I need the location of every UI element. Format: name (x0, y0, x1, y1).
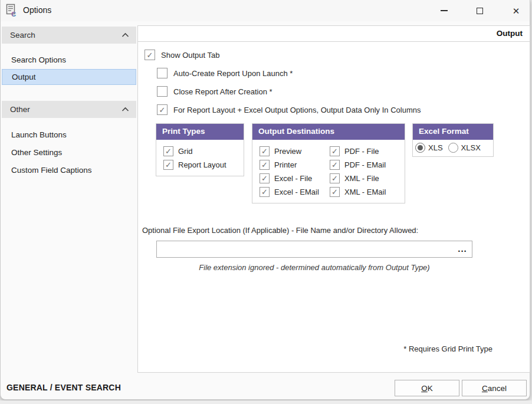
radio-button[interactable] (448, 143, 458, 153)
screen: { "window": { "title": "Options" }, "sid… (0, 0, 532, 404)
print-types-group: Print Types Grid Report Layout (156, 123, 244, 176)
minimize-button[interactable] (431, 1, 457, 20)
ok-button[interactable]: OK (395, 380, 459, 396)
checkbox[interactable] (163, 160, 173, 170)
svg-text:c: c (11, 8, 16, 18)
title-bar: c Options ✕ (1, 0, 530, 21)
cancel-button-label: Cancel (482, 384, 507, 393)
checkbox[interactable] (260, 146, 270, 156)
radio-button[interactable] (415, 143, 425, 153)
excel-format-xlsx-option[interactable]: XLSX (448, 143, 481, 153)
output-settings-panel: Output Show Output Tab Auto-Create Repor… (137, 25, 530, 373)
group-title: Output Destinations (252, 124, 405, 140)
checkbox-label: Auto-Create Report Upon Launch * (173, 69, 293, 78)
app-report-icon: c (6, 4, 21, 18)
ok-button-label: OK (421, 384, 433, 393)
export-location-field: ... (156, 241, 472, 258)
dest-printer-option[interactable]: Printer (260, 159, 330, 170)
chevron-up-icon (121, 107, 129, 112)
group-title: Excel Format (413, 124, 493, 140)
background-window-strip (0, 400, 532, 404)
dest-excel-email-option[interactable]: Excel - EMail (260, 186, 330, 198)
checkbox[interactable] (157, 86, 168, 97)
checkbox[interactable] (163, 146, 173, 156)
radio-label: XLS (428, 143, 443, 152)
radio-label: XLSX (461, 143, 481, 152)
excel-format-xls-option[interactable]: XLS (415, 143, 443, 153)
checkbox[interactable] (260, 173, 270, 183)
cancel-button[interactable]: Cancel (462, 380, 527, 396)
excel-format-group: Excel Format XLS XLSX (412, 123, 494, 157)
checkbox[interactable] (145, 50, 155, 60)
section-label: Search (10, 31, 35, 40)
checkbox[interactable] (157, 104, 168, 115)
maximize-icon (477, 8, 483, 14)
window-title: Options (23, 5, 51, 15)
sidebar-item-label: Search Options (11, 55, 66, 64)
sidebar-section-search[interactable]: Search (2, 27, 136, 44)
checkbox[interactable] (330, 187, 340, 197)
options-dialog: c Options ✕ Search Search Options Output… (0, 0, 530, 400)
checkbox-label: XML - EMail (344, 188, 386, 196)
checkbox[interactable] (260, 160, 270, 170)
chevron-up-icon (121, 32, 129, 38)
sidebar-item-other-settings[interactable]: Other Settings (2, 144, 136, 160)
export-location-input[interactable] (156, 241, 472, 258)
panel-title: Output (138, 26, 530, 42)
output-data-in-columns-option[interactable]: For Report Layout + Excel Output Options… (157, 104, 421, 116)
checkbox-label: For Report Layout + Excel Output Options… (173, 106, 421, 114)
checkbox[interactable] (157, 68, 168, 78)
sidebar-item-search-options[interactable]: Search Options (2, 52, 136, 67)
checkbox-label: XML - File (344, 174, 379, 183)
checkbox[interactable] (260, 187, 270, 197)
file-extension-note: File extension ignored - determined auto… (156, 263, 472, 272)
sidebar-item-launch-buttons[interactable]: Launch Buttons (2, 127, 136, 142)
sidebar-item-label: Custom Field Captions (11, 166, 92, 175)
checkbox[interactable] (330, 146, 340, 156)
dest-excel-file-option[interactable]: Excel - File (260, 172, 330, 184)
checkbox-label: Excel - File (274, 174, 312, 183)
checkbox-label: Report Layout (178, 160, 226, 169)
checkbox-label: Show Output Tab (161, 51, 220, 60)
dest-preview-option[interactable]: Preview (260, 145, 330, 157)
maximize-button[interactable] (467, 1, 492, 20)
dest-pdf-file-option[interactable]: PDF - File (330, 145, 400, 157)
dest-xml-file-option[interactable]: XML - File (330, 172, 400, 184)
print-type-grid-option[interactable]: Grid (163, 145, 239, 157)
sidebar-item-label: Launch Buttons (11, 130, 67, 139)
checkbox-label: Printer (274, 160, 297, 169)
print-type-report-layout-option[interactable]: Report Layout (163, 159, 239, 170)
checkbox-label: Preview (274, 147, 301, 156)
checkbox-label: Close Report After Creation * (173, 87, 272, 96)
export-location-label: Optional File Export Location (If Applic… (142, 226, 418, 235)
group-title: Print Types (156, 124, 244, 140)
close-icon: ✕ (513, 6, 520, 15)
minimize-icon (441, 10, 448, 11)
auto-create-report-option[interactable]: Auto-Create Report Upon Launch * (157, 67, 293, 79)
close-report-after-creation-option[interactable]: Close Report After Creation * (157, 86, 272, 97)
checkbox-label: PDF - EMail (344, 160, 386, 169)
checkbox[interactable] (330, 173, 340, 183)
dest-pdf-email-option[interactable]: PDF - EMail (330, 159, 400, 170)
sidebar-item-label: Other Settings (11, 148, 62, 157)
status-label: GENERAL / EVENT SEARCH (6, 383, 121, 392)
sidebar-item-label: Output (12, 73, 36, 81)
section-label: Other (10, 105, 30, 114)
grid-print-type-footnote: * Requires Grid Print Type (403, 344, 492, 353)
show-output-tab-option[interactable]: Show Output Tab (145, 49, 220, 61)
checkbox-label: Excel - EMail (274, 188, 319, 196)
checkbox-label: PDF - File (344, 147, 379, 156)
close-button[interactable]: ✕ (503, 1, 529, 20)
sidebar-item-output[interactable]: Output (2, 69, 136, 85)
sidebar-item-custom-field-captions[interactable]: Custom Field Captions (2, 162, 136, 178)
dest-xml-email-option[interactable]: XML - EMail (330, 186, 400, 198)
sidebar-section-other[interactable]: Other (2, 101, 136, 118)
checkbox[interactable] (330, 160, 340, 170)
output-destinations-group: Output Destinations Preview Printer Exce… (252, 123, 405, 203)
checkbox-label: Grid (178, 147, 193, 156)
browse-button[interactable]: ... (456, 243, 469, 255)
